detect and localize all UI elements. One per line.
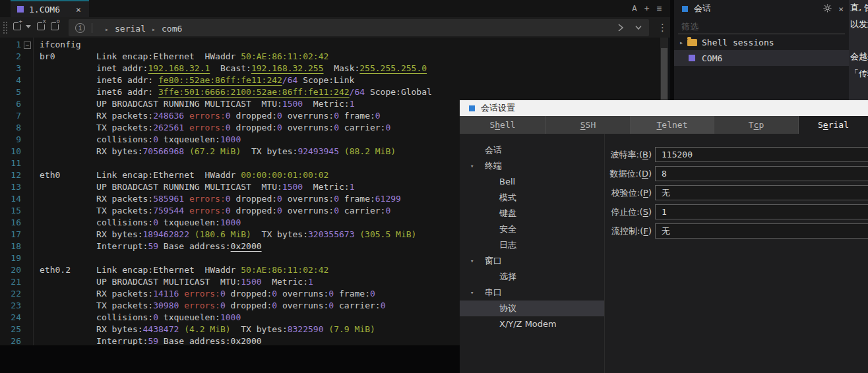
settings-menu-item-键盘[interactable]: 键盘 [460, 206, 604, 221]
text-segment: eth0.2 Link encap:Ethernet HWaddr [40, 265, 241, 275]
text-segment: ifconfig [40, 40, 81, 49]
session-filter-input[interactable]: 筛选 [678, 20, 845, 34]
detach-session-icon[interactable]: o [51, 22, 59, 30]
text-segment [184, 123, 189, 132]
new-tab-icon[interactable]: + [644, 3, 650, 14]
field-label: 校验位:(P) [604, 185, 652, 200]
text-segment: 0 [328, 301, 334, 310]
text-segment: (180.6 MiB) [195, 229, 251, 239]
expand-arrow-icon[interactable]: ▾ [470, 158, 474, 174]
tab-close-icon[interactable]: × [76, 5, 81, 14]
dialog-tab-shell[interactable]: Shell [460, 116, 546, 134]
breadcrumb-item[interactable]: serial [115, 24, 146, 34]
scrollbar-thumb[interactable] [661, 48, 667, 100]
text-segment: dropped: [231, 206, 277, 215]
dialog-title: 会话设置 [481, 102, 515, 114]
tree-item-com6[interactable]: COM6 [674, 50, 849, 66]
text-segment: inet6 addr: [40, 75, 158, 85]
dialog-titlebar[interactable]: 会话设置 [460, 100, 868, 116]
form-row: 波特率:(B)115200 [604, 147, 868, 162]
settings-menu-item-会话[interactable]: 会话 [460, 142, 604, 158]
line-number: 5 [0, 86, 21, 98]
field-input-d[interactable]: 8 [655, 166, 868, 181]
terminal-text: collisions:0 txqueuelen:1000 [32, 217, 241, 229]
toolbar-more-icon[interactable]: ⋮ [658, 20, 667, 35]
text-segment: 0 [272, 301, 277, 310]
text-segment: 0x2000 [231, 241, 262, 251]
form-row: 停止位:(S)1 [604, 204, 868, 219]
gear-icon[interactable] [823, 3, 832, 15]
terminal-tab-com6[interactable]: 1.COM6 × [11, 0, 89, 17]
chevron-down-icon[interactable] [635, 25, 642, 30]
settings-menu-item-终端[interactable]: ▾终端 [460, 158, 604, 174]
field-input-p[interactable]: 无 [655, 185, 868, 200]
breadcrumb-item[interactable]: com6 [162, 24, 182, 34]
app-window: 1.COM6 × A + ≡ + x o i ▸serial▸com6 ⋮ 1i… [0, 0, 868, 373]
panel-close-icon[interactable]: × [838, 4, 844, 14]
terminal-text: UP BROADCAST RUNNING MULTICAST MTU:1500 … [32, 98, 354, 110]
text-segment: 0 [277, 194, 282, 204]
address-breadcrumb-bar[interactable]: i ▸serial▸com6 [69, 19, 649, 36]
text-segment: 1500 [282, 99, 303, 109]
settings-menu-item-x-y-z-modem[interactable]: X/Y/Z Modem [460, 316, 604, 332]
field-label-part: B [642, 150, 648, 159]
tree-item-label: COM6 [702, 53, 722, 63]
terminal-text: RX packets:585961 errors:0 dropped:0 ove… [32, 193, 401, 205]
settings-menu-item-模式[interactable]: 模式 [460, 190, 604, 206]
plus-glyph: + [18, 18, 23, 24]
font-size-icon[interactable]: A [632, 3, 637, 14]
tab-label-part: e [823, 120, 828, 130]
x-glyph: x [42, 18, 47, 24]
text-segment: 0 [334, 111, 339, 121]
field-input-f[interactable]: 无 [655, 223, 868, 239]
fold-toggle-icon[interactable] [21, 39, 32, 51]
info-icon[interactable]: i [75, 23, 85, 33]
breadcrumb-chevron-icon: ▸ [152, 26, 156, 33]
settings-menu-item-窗口[interactable]: ▾窗口 [460, 253, 604, 269]
hamburger-menu-icon[interactable]: ≡ [657, 3, 662, 14]
settings-menu-item-选择[interactable]: 选择 [460, 269, 604, 285]
expand-arrow-icon[interactable]: ▾ [470, 253, 474, 269]
menu-item-label: 模式 [499, 190, 516, 206]
settings-menu-item-日志[interactable]: 日志 [460, 237, 604, 253]
fold-gutter [21, 134, 32, 146]
field-label-part: F [643, 226, 648, 236]
settings-menu-item-协议[interactable]: 协议 [460, 301, 604, 316]
line-number: 15 [0, 205, 21, 217]
expand-arrow-icon[interactable]: ▾ [470, 285, 474, 301]
settings-menu-item-安全[interactable]: 安全 [460, 221, 604, 237]
drag-handle-icon[interactable] [3, 22, 5, 23]
text-segment: (67.2 MiB) [189, 146, 241, 156]
line-number: 4 [0, 74, 21, 86]
line-number: 7 [0, 110, 21, 122]
dialog-tab-tcp[interactable]: Tcp [714, 116, 799, 134]
new-session-dropdown-icon[interactable] [26, 25, 31, 28]
close-session-icon[interactable]: x [37, 22, 45, 30]
run-command-icon[interactable] [617, 23, 624, 32]
field-input-b[interactable]: 115200 [655, 147, 868, 162]
text-segment: 0 [334, 206, 339, 215]
text-segment: TX packets: [40, 123, 153, 132]
text-segment: 00:00:00:01:00:02 [241, 170, 328, 180]
tree-item-shell-sessions[interactable]: ▸Shell sessions [674, 34, 849, 50]
dialog-tab-telnet[interactable]: Telnet [631, 116, 714, 134]
settings-menu-item-串口[interactable]: ▾串口 [460, 285, 604, 301]
text-segment: inet6 addr: [40, 87, 158, 97]
text-segment: carrier: [339, 206, 385, 215]
dialog-tab-ssh[interactable]: SSH [546, 116, 631, 134]
fold-gutter [21, 288, 32, 300]
text-segment: inet addr: [40, 63, 148, 73]
line-number: 12 [0, 169, 21, 181]
tree-expand-icon[interactable]: ▸ [677, 39, 686, 46]
line-number: 10 [0, 146, 21, 158]
settings-menu-item-bell[interactable]: Bell [460, 174, 604, 190]
line-number: 26 [0, 335, 21, 345]
fold-gutter [21, 146, 32, 158]
text-segment: 0 [328, 289, 334, 299]
dialog-tab-serial[interactable]: Serial [799, 116, 868, 134]
new-session-icon[interactable]: + [13, 22, 21, 30]
field-input-s[interactable]: 1 [655, 204, 868, 219]
text-segment: 0 [226, 111, 231, 121]
fold-gutter [21, 158, 32, 169]
fold-gutter [21, 276, 32, 288]
